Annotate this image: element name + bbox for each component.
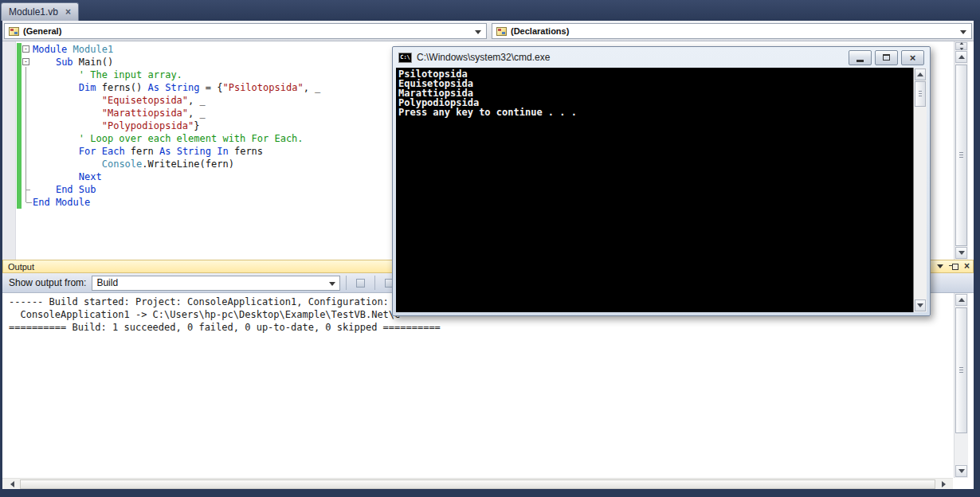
console-vertical-scrollbar[interactable]: [913, 68, 927, 312]
show-output-from-label: Show output from:: [9, 277, 86, 288]
console-line: Equisetopsida: [398, 79, 911, 88]
tab-label: Module1.vb: [9, 6, 58, 18]
output-source-value: Build: [96, 277, 118, 288]
general-dropdown-label: (General): [23, 26, 61, 36]
close-icon[interactable]: ×: [964, 262, 970, 270]
change-tracking-bar: [17, 43, 22, 209]
close-icon: ×: [910, 53, 916, 63]
minimize-icon: [857, 60, 864, 62]
document-tab-strip: Module1.vb ×: [0, 0, 980, 21]
cmd-icon: C:\: [398, 53, 412, 63]
members-icon: [496, 27, 507, 36]
scroll-down-button[interactable]: [915, 299, 926, 311]
scroll-down-button[interactable]: [955, 247, 967, 259]
cmd-title: C:\Windows\system32\cmd.exe: [417, 52, 844, 63]
declarations-dropdown-label: (Declarations): [511, 26, 569, 36]
console-line: Press any key to continue . . .: [398, 108, 911, 117]
close-button[interactable]: ×: [901, 50, 924, 65]
output-source-dropdown[interactable]: Build: [92, 276, 340, 291]
indicator-margin: [2, 41, 16, 260]
maximize-icon: [883, 54, 890, 61]
cmd-window[interactable]: C:\ C:\Windows\system32\cmd.exe × Psilot…: [392, 46, 931, 316]
scrollbar-thumb[interactable]: [955, 307, 967, 433]
find-message-icon: [356, 279, 365, 288]
minimize-button[interactable]: [849, 50, 872, 65]
toolbar-separator: [346, 276, 347, 290]
scrollbar-thumb[interactable]: [955, 65, 967, 246]
output-line: ========== Build: 1 succeeded, 0 failed,…: [9, 321, 955, 334]
scrollbar-thumb[interactable]: [915, 81, 926, 107]
scroll-right-button[interactable]: [937, 479, 950, 489]
scrollbar-thumb[interactable]: [20, 479, 935, 489]
chevron-down-icon[interactable]: [960, 30, 966, 34]
general-dropdown[interactable]: (General): [4, 23, 487, 39]
output-vertical-scrollbar[interactable]: [954, 293, 968, 478]
navigation-bar: (General) (Declarations): [2, 21, 974, 41]
declarations-dropdown[interactable]: (Declarations): [492, 23, 972, 39]
scroll-down-button[interactable]: [955, 465, 967, 477]
editor-vertical-scrollbar[interactable]: [954, 41, 968, 260]
console-line: Psilotopsida: [398, 69, 911, 79]
console-area[interactable]: PsilotopsidaEquisetopsidaMarattiopsidaPo…: [396, 68, 927, 312]
output-horizontal-scrollbar[interactable]: [2, 478, 953, 489]
tab-close-icon[interactable]: ×: [65, 7, 71, 17]
cmd-title-bar[interactable]: C:\ C:\Windows\system32\cmd.exe ×: [393, 47, 930, 68]
vs-ide-window: Module1.vb × (General) (Declarations) - …: [0, 0, 980, 497]
chevron-down-icon[interactable]: [329, 282, 335, 286]
console-output: PsilotopsidaEquisetopsidaMarattiopsidaPo…: [398, 69, 911, 312]
toolbar-separator: [374, 276, 375, 290]
scroll-left-button[interactable]: [6, 479, 18, 489]
find-message-button[interactable]: [352, 275, 369, 291]
chevron-down-icon[interactable]: [475, 30, 481, 34]
scroll-up-button[interactable]: [955, 294, 967, 306]
window-position-icon[interactable]: [937, 264, 943, 268]
output-title: Output: [8, 262, 34, 272]
scroll-up-button[interactable]: [955, 51, 967, 63]
scrollbar-splitter-handle[interactable]: [955, 42, 967, 50]
tab-module1-vb[interactable]: Module1.vb ×: [1, 2, 79, 21]
output-log[interactable]: ------ Build started: Project: ConsoleAp…: [2, 293, 955, 478]
maximize-button[interactable]: [875, 50, 898, 65]
auto-hide-pin-icon[interactable]: [949, 262, 958, 270]
scroll-up-button[interactable]: [915, 68, 926, 80]
members-icon: [9, 27, 19, 36]
